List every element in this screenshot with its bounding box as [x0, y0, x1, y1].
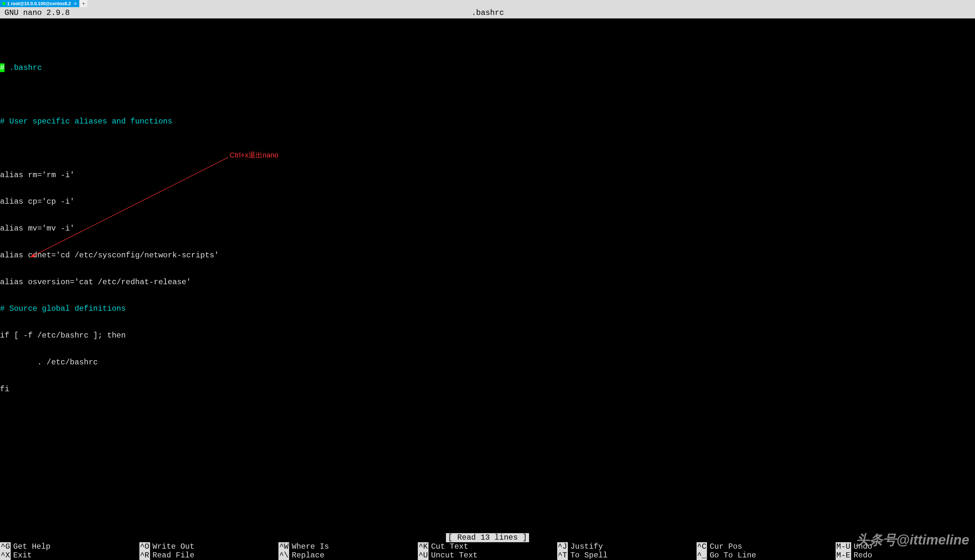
- file-line: .bashrc: [5, 63, 42, 72]
- file-line: if [ -f /etc/bashrc ]; then: [0, 331, 975, 340]
- file-line: alias mv='mv -i': [0, 224, 975, 233]
- shortcut-get-help[interactable]: ^GGet Help: [0, 542, 139, 551]
- status-line: [ Read 13 lines ]: [0, 533, 975, 542]
- shortcut-replace[interactable]: ^\Replace: [278, 551, 418, 560]
- nano-titlebar: GNU nano 2.9.8 .bashrc: [0, 7, 975, 18]
- shortcut-write-out[interactable]: ^OWrite Out: [139, 542, 279, 551]
- shortcut-uncut-text[interactable]: ^UUncut Text: [418, 551, 557, 560]
- tab-bar: 1 root@10.0.0.100@centos8.2 × +: [0, 0, 975, 7]
- shortcut-cur-pos[interactable]: ^CCur Pos: [697, 542, 836, 551]
- add-tab-button[interactable]: +: [79, 0, 87, 7]
- shortcut-row-1: ^GGet Help ^OWrite Out ^WWhere Is ^KCut …: [0, 542, 975, 551]
- tab-label: 1 root@10.0.0.100@centos8.2: [7, 1, 71, 6]
- shortcut-justify[interactable]: ^JJustify: [557, 542, 697, 551]
- shortcut-where-is[interactable]: ^WWhere Is: [278, 542, 418, 551]
- status-dot-icon: [3, 2, 5, 5]
- file-line: # User specific aliases and functions: [0, 117, 975, 126]
- shortcut-exit[interactable]: ^XExit: [0, 551, 139, 560]
- close-icon[interactable]: ×: [74, 1, 77, 6]
- shortcut-cut-text[interactable]: ^KCut Text: [418, 542, 557, 551]
- shortcut-redo[interactable]: M-ERedo: [836, 551, 975, 560]
- file-line: alias cp='cp -i': [0, 197, 975, 206]
- editor-area[interactable]: # .bashrc # User specific aliases and fu…: [0, 18, 975, 540]
- file-line: alias cdnet='cd /etc/sysconfig/network-s…: [0, 251, 975, 260]
- status-text: [ Read 13 lines ]: [446, 533, 529, 542]
- shortcut-read-file[interactable]: ^RRead File: [139, 551, 279, 560]
- plus-icon: +: [82, 1, 85, 6]
- cursor: #: [0, 63, 5, 72]
- file-line: fi: [0, 385, 975, 394]
- file-line: . /etc/bashrc: [0, 358, 975, 367]
- file-line: # Source global definitions: [0, 304, 975, 313]
- file-line: alias rm='rm -i': [0, 171, 975, 180]
- shortcut-row-2: ^XExit ^RRead File ^\Replace ^UUncut Tex…: [0, 551, 975, 560]
- nano-footer: [ Read 13 lines ] ^GGet Help ^OWrite Out…: [0, 533, 975, 560]
- nano-filename: .bashrc: [5, 8, 970, 18]
- shortcut-undo[interactable]: M-UUndo: [836, 542, 975, 551]
- shortcut-go-to-line[interactable]: ^_Go To Line: [697, 551, 836, 560]
- file-line: alias osversion='cat /etc/redhat-release…: [0, 278, 975, 287]
- shortcut-to-spell[interactable]: ^TTo Spell: [557, 551, 697, 560]
- terminal-tab[interactable]: 1 root@10.0.0.100@centos8.2 ×: [0, 0, 79, 7]
